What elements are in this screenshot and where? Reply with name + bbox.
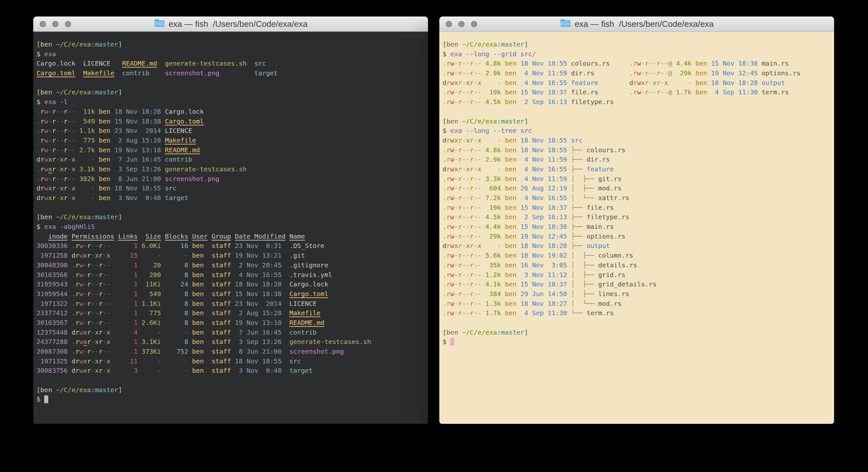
terminal-line: .rw-r--r-- 382k ben 8 Jun 21:00 screensh…: [36, 174, 425, 184]
desktop: { "palette": { "dark": { "bg": "#2b2d2e"…: [0, 0, 868, 472]
terminal-line: [442, 107, 831, 117]
terminal-line: .rw-r--r-- 4.1k ben 15 Nov 18:37 │ ├── g…: [442, 279, 831, 289]
traffic-lights: [446, 21, 477, 27]
terminal-line: $ exa -abghHliS: [36, 222, 425, 232]
terminal-line: .rwxr-xr-x 3.1k ben 3 Sep 13:26 generate…: [36, 165, 425, 174]
terminal-line: drwxr-xr-x - ben 18 Nov 18:55 src: [442, 136, 831, 146]
terminal-line: .rw-r--r-- 1.2k ben 3 Nov 11:12 │ ├── gr…: [442, 270, 831, 280]
terminal-line: .rw-r--r-- 4.5k ben 2 Sep 16:13 ├── file…: [442, 212, 831, 222]
terminal-line: [36, 78, 425, 88]
terminal-line: 30163567 .rw-r--r-- 1 2.6Ki 8 ben staff …: [36, 318, 425, 328]
terminal-line: Cargo.lock LICENCE README.md generate-te…: [36, 59, 425, 68]
terminal-line: 20087308 .rw-r--r-- 1 373Ki 752 ben staf…: [36, 347, 425, 357]
window-title: exa — fish /Users/ben/Code/exa/exa: [154, 19, 308, 29]
zoom-button[interactable]: [65, 21, 71, 27]
terminal-line: .rw-r--r-- 2.7k ben 19 Nov 13:18 README.…: [36, 146, 425, 155]
terminal-line: .rw-r--r-- 19k ben 15 Nov 18:37 ├── file…: [442, 203, 831, 213]
terminal-line: [ben ~/C/e/exa:master]: [36, 88, 425, 97]
close-button[interactable]: [40, 21, 46, 27]
terminal-window-light: exa — fish /Users/ben/Code/exa/exa [ben …: [439, 17, 834, 424]
terminal-line: .rw-r--r-- 35k ben 16 Nov 3:05 │ ├── det…: [442, 261, 831, 270]
terminal-screen[interactable]: [ben ~/C/e/exa:master]$ exaCargo.lock LI…: [33, 32, 428, 424]
terminal-line: [ben ~/C/e/exa:master]: [442, 40, 831, 50]
terminal-line: Cargo.toml Makefile contrib screenshot.p…: [36, 68, 425, 78]
terminal-line: .rw-r--r-- 4.5k ben 2 Sep 16:13 filetype…: [442, 97, 831, 107]
terminal-line: inode Permissions Links Size Blocks User…: [36, 232, 425, 241]
terminal-line: drwxr-xr-x - ben 18 Nov 18:55 src: [36, 184, 425, 193]
terminal-line: .rw-r--r-- 2.9k ben 4 Nov 11:59 dir.rs .…: [442, 68, 831, 78]
terminal-line: .rw-r--r-- 604 ben 26 Aug 12:19 │ ├── mo…: [442, 184, 831, 193]
terminal-line: 24377288 .rwxr-xr-x 1 3.1Ki 8 ben staff …: [36, 337, 425, 347]
terminal-line: [36, 376, 425, 385]
terminal-line: 31959544 .rw-r--r-- 1 549 8 ben staff 15…: [36, 289, 425, 299]
terminal-line: .rw-r--r-- 3.3k ben 4 Nov 11:59 │ ├── gi…: [442, 174, 831, 184]
terminal-line: .rw-r--r-- 1.3k ben 18 Nov 18:27 │ └── m…: [442, 299, 831, 309]
terminal-line: [ben ~/C/e/exa:master]: [36, 40, 425, 50]
terminal-line: .rw-r--r-- 5.6k ben 18 Nov 19:02 │ ├── c…: [442, 251, 831, 261]
terminal-line: .rw-r--r-- 11k ben 18 Nov 18:28 Cargo.lo…: [36, 107, 425, 117]
window-title: exa — fish /Users/ben/Code/exa/exa: [560, 19, 714, 29]
terminal-line: 23377412 .rw-r--r-- 1 775 8 ben staff 2 …: [36, 308, 425, 318]
cursor: █: [44, 395, 48, 403]
terminal-line: [442, 318, 831, 328]
terminal-line: drwxr-xr-x - ben 7 Jun 16:45 contrib: [36, 155, 425, 165]
terminal-line: .rw-r--r-- 4.8k ben 18 Nov 18:55 ├── col…: [442, 146, 831, 155]
terminal-line: $ █: [442, 337, 831, 347]
terminal-line: drwxr-xr-x - ben 3 Nov 0:48 target: [36, 193, 425, 203]
terminal-line: 30083756 drwxr-xr-x 3 - - ben staff 3 No…: [36, 366, 425, 376]
terminal-line: 30030336 .rw-r--r-- 1 6.0Ki 16 ben staff…: [36, 241, 425, 251]
terminal-line: .rw-r--r-- 19k ben 15 Nov 18:37 file.rs …: [442, 88, 831, 97]
window-title-text: exa — fish /Users/ben/Code/exa/exa: [168, 19, 308, 29]
folder-icon: [560, 19, 571, 29]
terminal-line: .rw-r--r-- 29k ben 19 Nov 12:45 ├── opti…: [442, 232, 831, 241]
terminal-line: 1971322 .rw-r--r-- 1 1.1Ki 8 ben staff 2…: [36, 299, 425, 309]
window-title-text: exa — fish /Users/ben/Code/exa/exa: [575, 19, 714, 29]
terminal-line: $ exa --long --grid src/: [442, 50, 831, 59]
cursor: █: [450, 338, 454, 346]
terminal-line: .rw-r--r-- 1.7k ben 4 Sep 11:30 └── term…: [442, 308, 831, 318]
close-button[interactable]: [446, 21, 452, 27]
terminal-line: 12375448 drwxr-xr-x 4 - - ben staff 7 Ju…: [36, 328, 425, 337]
terminal-line: $ █: [36, 395, 425, 405]
title-bar[interactable]: exa — fish /Users/ben/Code/exa/exa: [33, 17, 428, 32]
terminal-line: [ben ~/C/e/exa:master]: [442, 328, 831, 337]
minimize-button[interactable]: [458, 21, 465, 27]
terminal-line: [ben ~/C/e/exa:master]: [36, 212, 425, 222]
terminal-line: 1971258 drwxr-xr-x 15 - - ben staff 19 N…: [36, 251, 425, 261]
terminal-line: .rw-r--r-- 7.2k ben 4 Nov 16:55 │ └── xa…: [442, 193, 831, 203]
zoom-button[interactable]: [471, 21, 477, 27]
title-bar[interactable]: exa — fish /Users/ben/Code/exa/exa: [439, 17, 834, 32]
terminal-line: .rw-r--r-- 2.9k ben 4 Nov 11:59 ├── dir.…: [442, 155, 831, 165]
terminal-line: 30048390 .rw-r--r-- 1 20 8 ben staff 2 N…: [36, 261, 425, 270]
terminal-line: .rw-r--r-- 775 ben 2 Aug 15:28 Makefile: [36, 136, 425, 146]
terminal-line: 1971325 drwxr-xr-x 11 - - ben staff 18 N…: [36, 357, 425, 366]
terminal-line: [ben ~/C/e/exa:master]: [442, 117, 831, 126]
terminal-line: 30163566 .rw-r--r-- 1 200 8 ben staff 4 …: [36, 270, 425, 280]
terminal-line: $ exa -l: [36, 97, 425, 107]
traffic-lights: [40, 21, 71, 27]
terminal-line: drwxr-xr-x - ben 18 Nov 18:28 ├── output: [442, 241, 831, 251]
terminal-line: .rw-r--r-- 4.4k ben 15 Nov 18:38 ├── mai…: [442, 222, 831, 232]
terminal-line: drwxr-xr-x - ben 4 Nov 16:55 ├── feature: [442, 165, 831, 174]
minimize-button[interactable]: [52, 21, 59, 27]
terminal-line: .rw-r--r-- 384 ben 29 Jun 14:50 │ ├── li…: [442, 289, 831, 299]
terminal-line: [ben ~/C/e/exa:master]: [36, 385, 425, 395]
terminal-window-dark: exa — fish /Users/ben/Code/exa/exa [ben …: [33, 17, 428, 424]
terminal-screen[interactable]: [ben ~/C/e/exa:master]$ exa --long --gri…: [439, 32, 834, 424]
terminal-line: [36, 203, 425, 213]
terminal-line: 31959543 .rw-r--r-- 1 11Ki 24 ben staff …: [36, 279, 425, 289]
terminal-line: $ exa: [36, 50, 425, 59]
terminal-line: .rw-r--r-- 4.8k ben 18 Nov 18:55 colours…: [442, 59, 831, 68]
terminal-line: $ exa --long --tree src: [442, 126, 831, 136]
folder-icon: [154, 19, 165, 29]
terminal-line: drwxr-xr-x - ben 4 Nov 16:55 feature drw…: [442, 78, 831, 88]
terminal-line: .rw-r--r-- 549 ben 15 Nov 18:38 Cargo.to…: [36, 117, 425, 126]
terminal-line: .rw-r--r-- 1.1k ben 23 Nov 2014 LICENCE: [36, 126, 425, 136]
